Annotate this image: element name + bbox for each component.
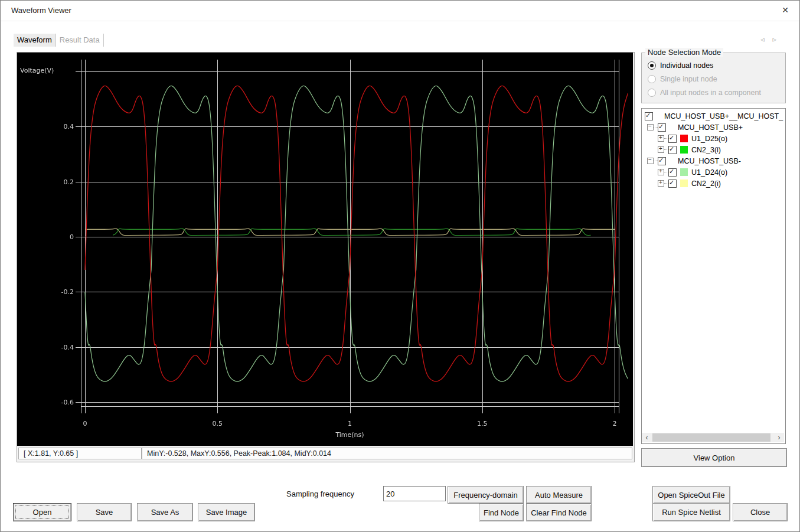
signal-color-swatch [680, 146, 688, 154]
tree-root-row[interactable]: MCU_HOST_USB+__MCU_HOST_ [642, 110, 785, 122]
tab-prev-icon[interactable]: ◃ [760, 35, 773, 44]
save-image-button[interactable]: Save Image [198, 503, 255, 521]
sampling-frequency-input[interactable] [383, 486, 446, 501]
view-option-button[interactable]: View Option [641, 448, 787, 467]
radio-all-input-nodes: All input nodes in a component [648, 88, 761, 97]
radio-label: All input nodes in a component [660, 89, 761, 97]
tree-signal-row[interactable]: U1_D25(o) [642, 133, 785, 144]
tree-group-label[interactable]: MCU_HOST_USB+ [678, 123, 743, 132]
tree-horizontal-scrollbar[interactable]: ‹ › [642, 433, 784, 442]
scroll-right-icon[interactable]: › [774, 433, 784, 442]
find-node-button[interactable]: Find Node [479, 504, 524, 521]
tree-signal-label[interactable]: CN2_3(i) [691, 146, 721, 154]
close-icon[interactable]: ✕ [779, 5, 791, 15]
run-spice-netlist-button[interactable]: Run Spice Netlist [652, 503, 730, 521]
tree-group-row[interactable]: MCU_HOST_USB- [642, 155, 785, 167]
checkbox-checked-icon[interactable] [668, 135, 677, 143]
tree-signal-label[interactable]: U1_D25(o) [691, 135, 727, 143]
open-button[interactable]: Open [13, 503, 71, 521]
chart-panel: [ X:1.81, Y:0.65 ] MinY:-0.528, MaxY:0.5… [17, 52, 635, 462]
node-tree: MCU_HOST_USB+__MCU_HOST_ MCU_HOST_USB+ U… [641, 108, 786, 444]
tree-signal-row[interactable]: CN2_3(i) [642, 144, 785, 155]
tab-next-icon[interactable]: ▹ [772, 35, 785, 44]
tab-waveform[interactable]: Waveform [14, 34, 56, 47]
signal-color-swatch [680, 168, 688, 176]
radio-label: Single input node [660, 75, 717, 83]
chart-status-row: [ X:1.81, Y:0.65 ] MinY:-0.528, MaxY:0.5… [17, 447, 633, 461]
signal-color-swatch [680, 179, 688, 187]
frequency-domain-button[interactable]: Frequency-domain [448, 486, 524, 504]
radio-individual-nodes[interactable]: Individual nodes [648, 61, 713, 70]
node-selection-groupbox: Node Selection Mode Individual nodes Sin… [641, 53, 786, 103]
waveform-viewer-window: Waveform Viewer ✕ Waveform Result Data ◃… [0, 0, 800, 532]
save-as-button[interactable]: Save As [137, 503, 193, 521]
checkbox-checked-icon[interactable] [668, 168, 677, 177]
measurement-readout: MinY:-0.528, MaxY:0.556, Peak-Peak:1.084… [142, 448, 632, 459]
auto-measure-button[interactable]: Auto Measure [526, 486, 592, 504]
tab-result-data[interactable]: Result Data [56, 34, 104, 47]
radio-disabled-icon [648, 75, 656, 83]
node-selection-legend: Node Selection Mode [645, 48, 723, 57]
sampling-frequency-label: Sampling frequency [286, 489, 354, 498]
tree-root-label[interactable]: MCU_HOST_USB+__MCU_HOST_ [664, 112, 783, 120]
waveform-chart[interactable] [17, 53, 633, 446]
radio-label: Individual nodes [660, 61, 713, 70]
scroll-left-icon[interactable]: ‹ [642, 433, 652, 442]
tree-signal-row[interactable]: U1_D24(o) [642, 167, 785, 178]
radio-single-input-node: Single input node [648, 74, 717, 84]
expand-icon[interactable] [658, 169, 664, 175]
cursor-position-readout: [ X:1.81, Y:0.65 ] [18, 448, 142, 459]
signal-color-swatch [680, 135, 688, 142]
window-title: Waveform Viewer [11, 6, 71, 15]
tree-signal-label[interactable]: CN2_2(i) [691, 179, 721, 188]
tree-signal-label[interactable]: U1_D24(o) [691, 168, 727, 177]
radio-disabled-icon [648, 89, 656, 97]
collapse-icon[interactable] [647, 124, 654, 130]
expand-icon[interactable] [658, 146, 664, 153]
scrollbar-thumb[interactable] [652, 433, 770, 442]
collapse-icon[interactable] [647, 158, 654, 164]
close-button[interactable]: Close [733, 503, 788, 521]
checkbox-checked-icon[interactable] [645, 112, 653, 120]
title-bar: Waveform Viewer ✕ [1, 1, 799, 21]
tree-signal-row[interactable]: CN2_2(i) [642, 178, 785, 189]
tab-strip: Waveform Result Data [14, 33, 104, 47]
radio-selected-icon[interactable] [648, 61, 656, 70]
tree-group-label[interactable]: MCU_HOST_USB- [678, 157, 741, 165]
open-spiceout-file-button[interactable]: Open SpiceOut File [652, 486, 730, 504]
focus-ring [15, 505, 69, 519]
expand-icon[interactable] [658, 135, 664, 142]
checkbox-checked-icon[interactable] [668, 179, 677, 188]
save-button[interactable]: Save [77, 503, 132, 521]
tab-scroll-arrows[interactable]: ◃▹ [760, 35, 785, 44]
clear-find-node-button[interactable]: Clear Find Node [526, 504, 592, 521]
expand-icon[interactable] [658, 180, 664, 187]
tree-group-row[interactable]: MCU_HOST_USB+ [642, 122, 785, 133]
checkbox-checked-icon[interactable] [658, 157, 666, 165]
checkbox-checked-icon[interactable] [658, 123, 666, 132]
checkbox-checked-icon[interactable] [668, 146, 677, 154]
